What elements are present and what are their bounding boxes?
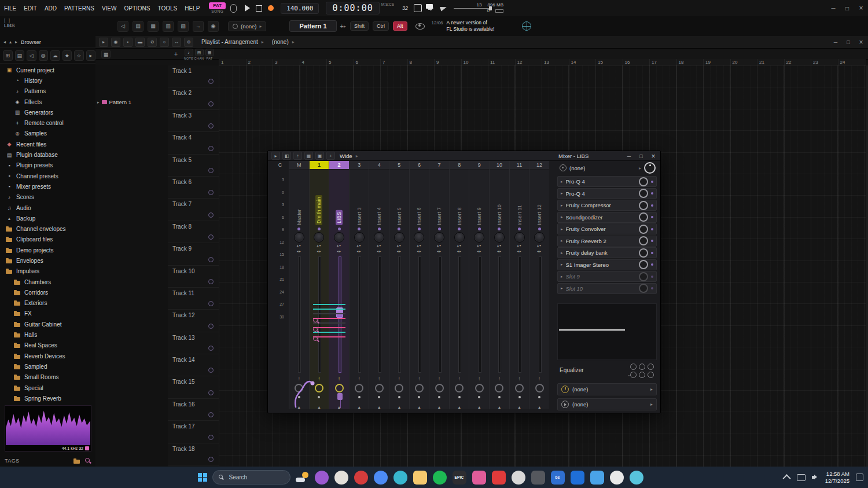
channel-name[interactable]: Insert 5 [396,207,402,225]
route-up-icon[interactable] [518,375,521,382]
playlist-track-header[interactable]: Track 16 [168,399,219,421]
swap-lr-icon[interactable] [417,248,421,254]
timeline-bar-number[interactable]: 3 [273,59,300,65]
channel-number[interactable]: M [289,161,309,170]
volume-fader[interactable] [369,254,389,375]
toolbar-icon[interactable]: ◁ [117,21,128,32]
pan-knob[interactable] [374,232,384,243]
slot-plugin-name[interactable]: Soundgoodizer [566,214,636,221]
swap-lr-icon[interactable] [337,248,341,254]
slot-plugin-name[interactable]: S1 Imager Stereo [566,262,636,268]
channel-number[interactable]: 6 [410,161,429,170]
grid-snap-icon[interactable]: ▦ [101,50,111,58]
browser-toolbar-icon[interactable]: ◍ [39,50,49,61]
stereo-separation-arrows[interactable] [397,243,402,248]
mixer-close-button[interactable] [650,152,657,160]
route-triangle-icon[interactable] [497,405,501,409]
menu-item[interactable]: TOOLS [157,5,177,12]
tags-folder-icon[interactable] [73,458,80,464]
playlist-tool-icon[interactable]: ⊘ [148,38,157,47]
slot-menu-arrow-icon[interactable] [561,203,563,208]
browser-item[interactable]: History [0,75,95,86]
mixer-channel-strip[interactable]: 5 Insert 5 [389,161,409,409]
track-mute-dot[interactable] [208,346,214,351]
stereo-separation-arrows[interactable] [497,243,502,248]
wait-cursor-icon[interactable] [414,4,422,12]
song-mode-label[interactable]: SONG [211,10,223,14]
tray-clock[interactable]: 12:58 AM 12/7/2025 [825,471,849,485]
swap-lr-icon[interactable] [317,248,321,254]
pattern-selector[interactable]: Pattern 1 [289,20,336,32]
mute-led[interactable] [358,396,361,398]
maximize-button[interactable] [844,5,851,12]
mute-led[interactable] [498,396,501,398]
browser-item[interactable]: Samples [0,129,95,139]
browser-toolbar-icon[interactable]: ☆ [74,50,84,61]
swap-lr-icon[interactable] [537,248,542,254]
track-mute-dot[interactable] [208,123,214,129]
slot-menu-arrow-icon[interactable] [561,286,563,291]
volume-fader[interactable] [310,254,329,375]
ctrl-indicator[interactable]: Ctrl [373,21,389,31]
channel-number[interactable]: 8 [450,161,469,170]
timeline-bar-number[interactable]: 8 [407,59,435,65]
record-arm-icon[interactable] [495,384,503,392]
timeline-bar-number[interactable]: 18 [676,59,704,65]
menu-item[interactable]: OPTIONS [124,5,150,12]
pat-picker[interactable]: ▦ PAT [204,49,215,60]
timeline-bar-number[interactable]: 12 [515,59,542,65]
mixer-minimize-button[interactable] [626,153,632,159]
channel-led[interactable] [518,228,521,230]
slot-plugin-name[interactable]: Slot 10 [566,285,636,292]
channel-led[interactable] [478,228,481,230]
browser-item[interactable]: Audio [0,203,95,213]
slot-plugin-name[interactable]: Fruity Convolver [566,226,636,232]
input-gain-knob[interactable] [644,162,656,174]
note-picker-icon[interactable]: ♪ [185,49,193,56]
browser-item[interactable]: Mixer presets [0,181,95,192]
playlist-track-header[interactable]: Track 9 [168,243,219,265]
route-triangle-icon[interactable] [477,405,481,409]
fader-handle[interactable] [336,307,343,318]
route-triangle-icon[interactable] [457,405,461,409]
channel-number[interactable]: 5 [389,161,409,170]
timeline-bar-number[interactable]: 5 [326,59,354,65]
playlist-track-header[interactable]: Track 7 [168,199,219,221]
fx-slot-row[interactable]: Slot 10 [557,283,657,294]
browser-item[interactable]: Impulses [0,266,95,277]
fx-slot-row[interactable]: Fruity Convolver [557,223,657,234]
timeline-bar-number[interactable]: 1 [219,59,246,65]
pan-knob[interactable] [294,232,304,243]
taskbar-app-icon[interactable] [374,471,388,485]
route-triangle-icon[interactable] [357,405,361,409]
swap-lr-icon[interactable] [457,248,462,254]
channel-name[interactable]: Insert 6 [416,207,422,225]
playlist-track-header[interactable]: Track 6 [168,177,219,199]
playlist-track-header[interactable]: Track 3 [168,110,219,132]
taskbar-app-icon[interactable]: EPIC [453,471,466,485]
record-arm-icon[interactable] [415,384,424,392]
menu-item[interactable]: PATTERNS [64,5,94,12]
route-triangle-icon[interactable] [377,405,381,409]
volume-fader[interactable] [389,254,409,375]
start-button[interactable] [198,473,207,482]
channel-name[interactable]: Insert 8 [457,207,462,225]
slot-menu-arrow-icon[interactable] [561,191,563,196]
route-up-icon[interactable] [458,375,461,382]
pan-knob[interactable] [434,232,444,243]
volume-fader[interactable] [350,254,369,375]
playlist-track-header[interactable]: Track 15 [168,376,219,398]
timeline-bar-number[interactable]: 2 [246,59,273,65]
stereo-separation-arrows[interactable] [357,243,362,248]
browser-toolbar-icon[interactable]: ◁ [27,50,36,61]
browser-item[interactable]: Chambers [0,277,95,287]
playlist-tool-icon[interactable]: ▸ [99,38,108,47]
swap-lr-icon[interactable] [437,248,442,254]
playlist-tool-icon[interactable]: ↔ [172,38,181,47]
eq-knob[interactable] [648,372,654,378]
browser-item[interactable]: Sampled [0,361,95,372]
track-mute-dot[interactable] [208,146,214,151]
route-up-icon[interactable] [358,375,361,382]
playlist-track-header[interactable]: Track 8 [168,221,219,243]
channel-led[interactable] [338,228,341,230]
